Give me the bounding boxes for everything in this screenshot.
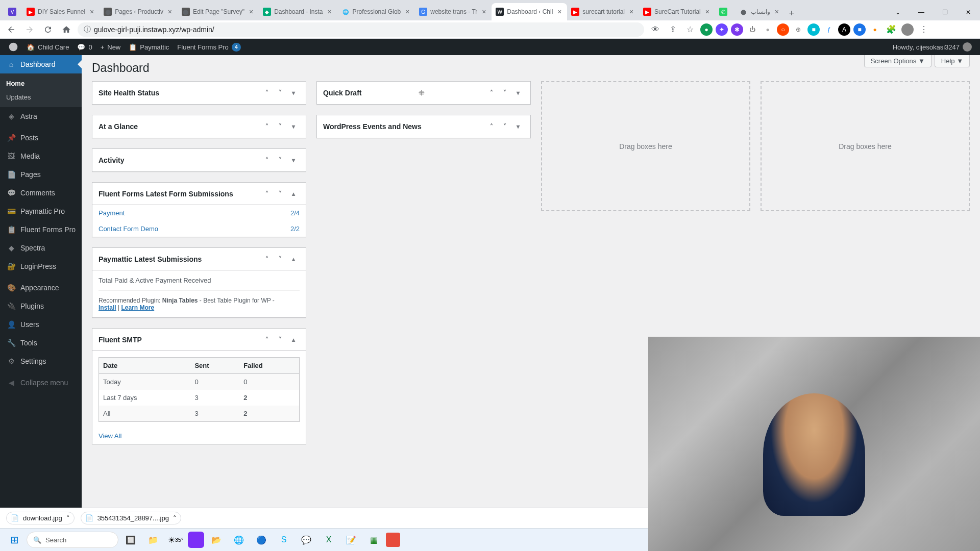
home-button[interactable] bbox=[59, 22, 74, 37]
toggle-icon[interactable]: ▾ bbox=[287, 120, 300, 133]
sidebar-item-posts[interactable]: 📌Posts bbox=[0, 129, 82, 147]
toggle-icon[interactable]: ▾ bbox=[287, 154, 300, 166]
sidebar-item-paymattic[interactable]: 💳Paymattic Pro bbox=[0, 202, 82, 220]
move-up-icon[interactable]: ˄ bbox=[261, 120, 273, 133]
browser-tab[interactable]: ▶surecart tutorial× bbox=[567, 3, 639, 20]
move-down-icon[interactable]: ˅ bbox=[274, 253, 286, 265]
extension-icon[interactable]: ƒ bbox=[823, 23, 835, 36]
sidebar-item-loginpress[interactable]: 🔐LoginPress bbox=[0, 257, 82, 276]
share-icon[interactable]: ⇪ bbox=[666, 22, 680, 37]
close-icon[interactable]: × bbox=[628, 8, 635, 15]
sidebar-item-comments[interactable]: 💬Comments bbox=[0, 184, 82, 202]
menu-icon[interactable]: ⋮ bbox=[917, 22, 931, 37]
browser-tab[interactable]: ⬤Edit Page "Survey"× bbox=[178, 3, 259, 20]
skype-icon[interactable]: S bbox=[274, 530, 294, 550]
move-up-icon[interactable]: ˄ bbox=[261, 188, 273, 200]
widget-dropzone[interactable]: Drag boxes here bbox=[761, 81, 970, 211]
toggle-icon[interactable]: ▾ bbox=[512, 87, 524, 99]
extension-icon[interactable]: ● bbox=[869, 23, 881, 36]
app-icon[interactable]: 📝 bbox=[341, 530, 361, 550]
maximize-icon[interactable]: ☐ bbox=[933, 4, 957, 20]
close-window-icon[interactable]: ✕ bbox=[957, 4, 980, 20]
help-button[interactable]: Help ▼ bbox=[935, 55, 970, 67]
star-icon[interactable]: ☆ bbox=[683, 22, 697, 37]
move-up-icon[interactable]: ˄ bbox=[261, 87, 273, 99]
close-icon[interactable]: × bbox=[773, 8, 780, 15]
form-row[interactable]: Contact Form Demo2/2 bbox=[92, 221, 306, 237]
app-icon[interactable]: 💬 bbox=[296, 530, 316, 550]
extension-icon[interactable]: ● bbox=[700, 23, 713, 36]
edge-icon[interactable]: 🔵 bbox=[251, 530, 272, 550]
move-up-icon[interactable]: ˄ bbox=[485, 87, 498, 99]
new-tab-button[interactable]: + bbox=[785, 6, 799, 20]
move-up-icon[interactable]: ˄ bbox=[485, 120, 498, 133]
move-up-icon[interactable]: ˄ bbox=[261, 334, 273, 346]
chrome-icon[interactable]: 🌐 bbox=[229, 530, 249, 550]
view-all-link[interactable]: View All bbox=[92, 428, 306, 444]
extension-icon[interactable]: ✱ bbox=[731, 23, 743, 36]
site-name-link[interactable]: 🏠 Child Care bbox=[22, 39, 73, 55]
close-icon[interactable]: × bbox=[556, 8, 563, 15]
close-icon[interactable]: × bbox=[326, 8, 333, 15]
browser-tab[interactable]: ⬤واتساب× bbox=[736, 3, 785, 20]
sidebar-item-dashboard[interactable]: ⌂Dashboard bbox=[0, 55, 82, 73]
browser-tab[interactable]: 🌐Professional Glob× bbox=[337, 3, 415, 20]
move-down-icon[interactable]: ˅ bbox=[499, 87, 511, 99]
browser-tab[interactable]: Gwebsite trans - Tr× bbox=[415, 3, 492, 20]
sidebar-item-tools[interactable]: 🔧Tools bbox=[0, 334, 82, 352]
toggle-icon[interactable]: ▴ bbox=[287, 253, 300, 265]
browser-tab[interactable]: ▶SureCart Tutorial× bbox=[639, 3, 715, 20]
learn-more-link[interactable]: Learn More bbox=[121, 304, 154, 311]
close-icon[interactable]: × bbox=[704, 8, 711, 15]
app-icon[interactable] bbox=[188, 532, 204, 548]
download-item[interactable]: 📄 355431354_28897....jpg ˄ bbox=[81, 512, 181, 524]
app-icon[interactable] bbox=[386, 533, 400, 547]
form-row[interactable]: Payment2/4 bbox=[92, 205, 306, 221]
tab-dropdown-icon[interactable]: ⌄ bbox=[886, 4, 910, 20]
sidebar-item-appearance[interactable]: 🎨Appearance bbox=[0, 279, 82, 297]
taskbar-search[interactable]: 🔍 Search bbox=[27, 532, 118, 548]
wp-logo[interactable] bbox=[4, 39, 22, 55]
new-content-link[interactable]: + New bbox=[96, 39, 125, 55]
move-down-icon[interactable]: ˅ bbox=[274, 120, 286, 133]
submenu-home[interactable]: Home bbox=[0, 77, 82, 90]
sidebar-item-spectra[interactable]: ◆Spectra bbox=[0, 239, 82, 257]
extension-icon[interactable]: ⊕ bbox=[792, 23, 804, 36]
browser-tab[interactable]: V bbox=[4, 3, 22, 20]
extension-icon[interactable]: ■ bbox=[853, 23, 866, 36]
extension-icon[interactable]: ■ bbox=[807, 23, 820, 36]
move-up-icon[interactable]: ˄ bbox=[261, 253, 273, 265]
app-icon[interactable]: 📂 bbox=[206, 530, 227, 550]
paymattic-link[interactable]: 📋 Paymattic bbox=[125, 39, 173, 55]
sidebar-item-users[interactable]: 👤Users bbox=[0, 315, 82, 334]
chevron-up-icon[interactable]: ˄ bbox=[66, 514, 70, 522]
sidebar-item-settings[interactable]: ⚙Settings bbox=[0, 352, 82, 370]
move-down-icon[interactable]: ˅ bbox=[274, 87, 286, 99]
extensions-icon[interactable]: 🧩 bbox=[884, 22, 898, 37]
extension-icon[interactable]: ⏻ bbox=[746, 23, 758, 36]
excel-icon[interactable]: X bbox=[318, 530, 339, 550]
sidebar-collapse[interactable]: ◀Collapse menu bbox=[0, 373, 82, 392]
move-up-icon[interactable]: ˄ bbox=[261, 154, 273, 166]
sidebar-item-astra[interactable]: ◈Astra bbox=[0, 107, 82, 126]
browser-tab[interactable]: ▶DIY Sales Funnel× bbox=[22, 3, 100, 20]
close-icon[interactable]: × bbox=[248, 8, 255, 15]
toggle-icon[interactable]: ▾ bbox=[512, 120, 524, 133]
close-icon[interactable]: × bbox=[88, 8, 95, 15]
drag-handle-icon[interactable]: ⁜ bbox=[419, 89, 425, 97]
widget-dropzone[interactable]: Drag boxes here bbox=[541, 81, 750, 211]
toggle-icon[interactable]: ▾ bbox=[287, 87, 300, 99]
extension-icon[interactable]: ● bbox=[762, 23, 774, 36]
sidebar-item-fluent-forms[interactable]: 📋Fluent Forms Pro bbox=[0, 220, 82, 239]
extension-icon[interactable]: A bbox=[838, 23, 850, 36]
weather-icon[interactable]: ☀ 35° bbox=[165, 530, 186, 550]
browser-tab[interactable]: ◆Dashboard - Insta× bbox=[259, 3, 337, 20]
move-down-icon[interactable]: ˅ bbox=[274, 334, 286, 346]
app-icon[interactable]: ▦ bbox=[363, 530, 384, 550]
extension-icon[interactable]: ○ bbox=[777, 23, 789, 36]
browser-tab[interactable]: ⬤Pages ‹ Productiv× bbox=[100, 3, 178, 20]
browser-tab-active[interactable]: WDashboard ‹ Chil× bbox=[492, 3, 567, 20]
url-input[interactable]: ⓘgulove-girl-puji.instawp.xyz/wp-admin/ bbox=[78, 22, 644, 37]
screen-options-button[interactable]: Screen Options ▼ bbox=[864, 55, 932, 67]
move-down-icon[interactable]: ˅ bbox=[274, 154, 286, 166]
